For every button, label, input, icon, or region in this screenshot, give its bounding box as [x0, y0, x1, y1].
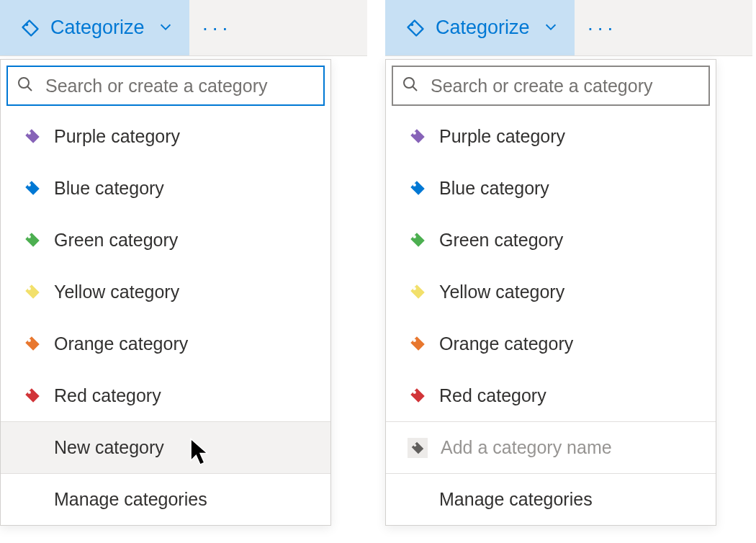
category-purple[interactable]: Purple category [386, 110, 716, 162]
new-category-item[interactable]: New category [1, 421, 330, 473]
category-label: Green category [439, 230, 563, 251]
more-icon: ··· [202, 17, 232, 40]
svg-point-16 [413, 339, 416, 342]
panel-left: Categorize ··· Purple category Blue cate… [0, 0, 367, 526]
category-label: Yellow category [439, 282, 564, 302]
tag-icon [408, 333, 428, 354]
tag-icon [405, 18, 426, 38]
svg-point-10 [404, 78, 414, 88]
category-blue[interactable]: Blue category [386, 162, 716, 214]
category-list: Purple category Blue category Green cate… [1, 110, 330, 421]
category-label: Red category [439, 385, 546, 406]
category-green[interactable]: Green category [386, 214, 716, 266]
svg-point-1 [19, 78, 29, 88]
categorize-button[interactable]: Categorize [0, 0, 189, 55]
search-icon [17, 76, 34, 96]
svg-point-13 [413, 184, 416, 187]
category-yellow[interactable]: Yellow category [386, 266, 716, 318]
overflow-button[interactable]: ··· [575, 0, 631, 55]
category-purple[interactable]: Purple category [1, 110, 330, 162]
svg-point-7 [28, 339, 31, 342]
manage-categories-item[interactable]: Manage categories [386, 473, 716, 525]
svg-point-15 [413, 287, 416, 290]
more-icon: ··· [588, 17, 617, 40]
search-input[interactable] [429, 75, 700, 97]
category-list: Purple category Blue category Green cate… [386, 110, 716, 421]
manage-categories-label: Manage categories [54, 489, 207, 510]
tag-icon [408, 178, 428, 198]
svg-point-8 [28, 391, 31, 394]
svg-point-14 [413, 235, 416, 238]
category-label: Blue category [54, 178, 164, 199]
manage-categories-item[interactable]: Manage categories [1, 473, 330, 525]
category-orange[interactable]: Orange category [1, 318, 330, 369]
category-label: Purple category [54, 126, 180, 147]
svg-point-3 [28, 132, 31, 135]
manage-categories-label: Manage categories [439, 489, 593, 510]
category-blue[interactable]: Blue category [1, 162, 330, 214]
new-category-name-input[interactable] [439, 436, 708, 459]
category-orange[interactable]: Orange category [386, 318, 716, 369]
category-label: Purple category [439, 126, 565, 147]
search-icon [402, 76, 419, 96]
categorize-dropdown: Purple category Blue category Green cate… [0, 59, 331, 526]
search-input[interactable] [44, 75, 315, 97]
svg-point-12 [413, 132, 416, 135]
new-category-inline[interactable] [386, 421, 716, 473]
svg-point-18 [414, 444, 417, 446]
tag-icon [22, 178, 42, 198]
chevron-down-icon [543, 19, 559, 37]
category-red[interactable]: Red category [386, 369, 716, 421]
category-label: Yellow category [54, 282, 179, 302]
category-yellow[interactable]: Yellow category [1, 266, 330, 318]
panel-right: Categorize ··· Purple category Blue cate… [385, 0, 752, 526]
category-label: Red category [54, 385, 161, 406]
new-category-label: New category [54, 437, 164, 458]
chevron-down-icon [158, 19, 174, 37]
svg-line-2 [27, 86, 32, 91]
tag-icon [22, 126, 42, 146]
categorize-label: Categorize [436, 17, 530, 39]
category-red[interactable]: Red category [1, 369, 330, 421]
tag-icon [408, 438, 428, 458]
category-label: Green category [54, 230, 178, 251]
tag-icon [22, 230, 42, 250]
svg-point-4 [28, 184, 31, 187]
toolbar: Categorize ··· [0, 0, 367, 56]
tag-icon [408, 282, 428, 302]
tag-icon [20, 18, 40, 38]
search-box[interactable] [6, 66, 325, 106]
svg-point-9 [410, 23, 413, 26]
search-box[interactable] [392, 66, 710, 106]
categorize-dropdown: Purple category Blue category Green cate… [385, 59, 716, 526]
categorize-button[interactable]: Categorize [385, 0, 575, 55]
svg-line-11 [413, 86, 417, 91]
tag-icon [408, 230, 428, 250]
svg-point-6 [28, 287, 31, 290]
category-green[interactable]: Green category [1, 214, 330, 266]
category-label: Orange category [54, 333, 188, 354]
svg-point-5 [28, 235, 31, 238]
tag-icon [408, 385, 428, 405]
tag-icon [22, 282, 42, 302]
tag-icon [22, 385, 42, 405]
category-label: Orange category [439, 333, 573, 354]
tag-icon [408, 126, 428, 146]
svg-point-0 [25, 23, 28, 26]
cursor-icon [189, 438, 211, 471]
toolbar: Categorize ··· [385, 0, 752, 56]
svg-point-17 [413, 391, 416, 394]
categorize-label: Categorize [50, 17, 145, 39]
category-label: Blue category [439, 178, 549, 199]
overflow-button[interactable]: ··· [189, 0, 246, 55]
tag-icon [22, 333, 42, 354]
